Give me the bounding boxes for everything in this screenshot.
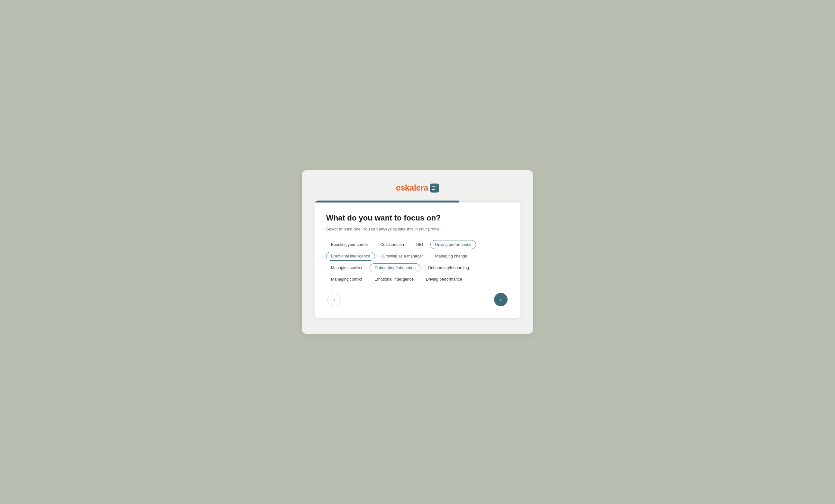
tag-growing-as-a-manager[interactable]: Growing as a manager [378, 252, 428, 261]
tag-managing-conflict[interactable]: Managing conflict [326, 263, 367, 272]
card-subtitle: Select at least one. You can always upda… [326, 226, 509, 232]
back-button[interactable]: ‹ [327, 293, 341, 306]
outer-card: eskalera What do you want to focus on? S… [302, 170, 533, 334]
inner-card: What do you want to focus on? Select at … [314, 201, 521, 318]
tag-managing-conflict-2[interactable]: Managing conflict [326, 275, 367, 284]
tag-onboarding-inboarding[interactable]: Onboarding/Inboarding [370, 263, 421, 272]
card-title: What do you want to focus on? [326, 213, 509, 223]
tag-driving-performance-2[interactable]: Driving performance [421, 275, 467, 284]
svg-rect-2 [432, 189, 435, 190]
tag-collaboration[interactable]: Collaboration [375, 240, 409, 249]
back-icon: ‹ [333, 297, 335, 302]
card-content: What do you want to focus on? Select at … [314, 203, 521, 318]
next-button[interactable]: › [494, 293, 508, 306]
svg-rect-1 [432, 188, 437, 188]
tag-boosting-your-career[interactable]: Boosting your career [326, 240, 373, 249]
tag-managing-change[interactable]: Managing change [430, 252, 472, 261]
tag-onboarding-inboarding-2[interactable]: Onboarding/Inboarding [423, 263, 474, 272]
next-icon: › [500, 297, 502, 302]
tag-driving-performance[interactable]: Driving performance [430, 240, 476, 249]
logo-icon [430, 184, 439, 192]
nav-row: ‹ › [326, 293, 509, 306]
logo-container: eskalera [396, 183, 439, 193]
logo-text: eskalera [396, 183, 428, 193]
svg-rect-0 [432, 186, 435, 187]
tag-dei[interactable]: DEI [411, 240, 428, 249]
tags-area: Boosting your careerCollaborationDEIDriv… [326, 240, 509, 284]
tag-emotional-intelligence[interactable]: Emotional intelligence [326, 252, 375, 261]
tag-emotional-intelligence-2[interactable]: Emotional intelligence [370, 275, 419, 284]
